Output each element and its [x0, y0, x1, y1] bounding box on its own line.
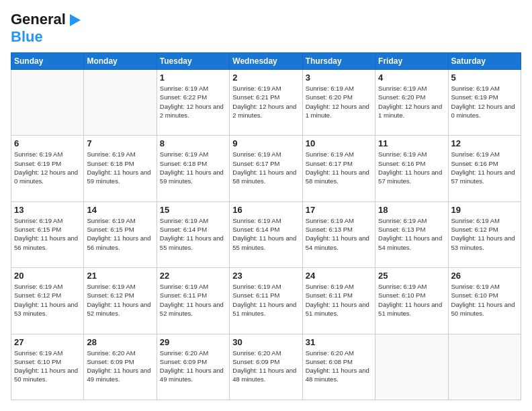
day-number: 24: [306, 271, 372, 281]
calendar-cell-2-2: 7Sunrise: 6:19 AM Sunset: 6:18 PM Daylig…: [84, 136, 157, 201]
day-number: 15: [160, 205, 226, 215]
weekday-header-sunday: Sunday: [11, 53, 84, 70]
calendar-week-2: 6Sunrise: 6:19 AM Sunset: 6:19 PM Daylig…: [11, 136, 521, 201]
day-info: Sunrise: 6:19 AM Sunset: 6:12 PM Dayligh…: [87, 282, 153, 318]
day-number: 20: [14, 271, 81, 281]
calendar-table: SundayMondayTuesdayWednesdayThursdayFrid…: [11, 52, 521, 400]
calendar-cell-2-7: 12Sunrise: 6:19 AM Sunset: 6:16 PM Dayli…: [448, 136, 521, 201]
weekday-header-wednesday: Wednesday: [230, 53, 302, 70]
calendar-cell-1-6: 4Sunrise: 6:19 AM Sunset: 6:20 PM Daylig…: [375, 70, 448, 136]
weekday-header-saturday: Saturday: [448, 53, 521, 70]
calendar-cell-4-4: 23Sunrise: 6:19 AM Sunset: 6:11 PM Dayli…: [230, 268, 302, 334]
day-info: Sunrise: 6:19 AM Sunset: 6:10 PM Dayligh…: [14, 349, 81, 384]
day-info: Sunrise: 6:19 AM Sunset: 6:13 PM Dayligh…: [306, 216, 372, 252]
day-number: 10: [306, 138, 372, 148]
day-number: 26: [451, 271, 518, 281]
day-number: 4: [378, 73, 445, 83]
logo-triangle-icon: [67, 13, 82, 28]
day-info: Sunrise: 6:19 AM Sunset: 6:11 PM Dayligh…: [232, 282, 299, 318]
calendar-cell-4-7: 26Sunrise: 6:19 AM Sunset: 6:10 PM Dayli…: [448, 268, 521, 334]
logo: General Blue: [11, 11, 82, 46]
day-number: 5: [451, 73, 518, 83]
weekday-header-thursday: Thursday: [302, 53, 375, 70]
calendar-cell-4-2: 21Sunrise: 6:19 AM Sunset: 6:12 PM Dayli…: [84, 268, 157, 334]
calendar-cell-5-7: [448, 334, 521, 400]
calendar-cell-3-5: 17Sunrise: 6:19 AM Sunset: 6:13 PM Dayli…: [302, 201, 375, 267]
day-info: Sunrise: 6:19 AM Sunset: 6:21 PM Dayligh…: [232, 84, 299, 120]
day-number: 19: [451, 205, 518, 215]
calendar-cell-4-3: 22Sunrise: 6:19 AM Sunset: 6:11 PM Dayli…: [157, 268, 229, 334]
day-info: Sunrise: 6:19 AM Sunset: 6:17 PM Dayligh…: [232, 150, 299, 185]
day-number: 29: [160, 337, 226, 347]
day-info: Sunrise: 6:19 AM Sunset: 6:17 PM Dayligh…: [306, 150, 372, 185]
calendar-cell-5-1: 27Sunrise: 6:19 AM Sunset: 6:10 PM Dayli…: [11, 334, 84, 400]
calendar-cell-5-4: 30Sunrise: 6:20 AM Sunset: 6:09 PM Dayli…: [230, 334, 302, 400]
calendar-cell-4-1: 20Sunrise: 6:19 AM Sunset: 6:12 PM Dayli…: [11, 268, 84, 334]
day-number: 27: [14, 337, 81, 347]
calendar-week-5: 27Sunrise: 6:19 AM Sunset: 6:10 PM Dayli…: [11, 334, 521, 400]
day-info: Sunrise: 6:19 AM Sunset: 6:20 PM Dayligh…: [306, 84, 372, 120]
day-number: 6: [14, 138, 81, 148]
calendar-cell-4-5: 24Sunrise: 6:19 AM Sunset: 6:11 PM Dayli…: [302, 268, 375, 334]
calendar-cell-4-6: 25Sunrise: 6:19 AM Sunset: 6:10 PM Dayli…: [375, 268, 448, 334]
day-info: Sunrise: 6:19 AM Sunset: 6:18 PM Dayligh…: [87, 150, 153, 185]
day-info: Sunrise: 6:19 AM Sunset: 6:15 PM Dayligh…: [87, 216, 153, 252]
day-number: 8: [160, 138, 226, 148]
day-number: 1: [160, 73, 226, 83]
calendar-cell-2-1: 6Sunrise: 6:19 AM Sunset: 6:19 PM Daylig…: [11, 136, 84, 201]
calendar-cell-5-5: 31Sunrise: 6:20 AM Sunset: 6:08 PM Dayli…: [302, 334, 375, 400]
calendar-cell-3-7: 19Sunrise: 6:19 AM Sunset: 6:12 PM Dayli…: [448, 201, 521, 267]
day-info: Sunrise: 6:20 AM Sunset: 6:09 PM Dayligh…: [232, 349, 299, 384]
day-info: Sunrise: 6:19 AM Sunset: 6:16 PM Dayligh…: [451, 150, 518, 185]
day-info: Sunrise: 6:20 AM Sunset: 6:08 PM Dayligh…: [306, 349, 372, 384]
weekday-header-monday: Monday: [84, 53, 157, 70]
calendar-cell-3-2: 14Sunrise: 6:19 AM Sunset: 6:15 PM Dayli…: [84, 201, 157, 267]
calendar-week-1: 1Sunrise: 6:19 AM Sunset: 6:22 PM Daylig…: [11, 70, 521, 136]
day-number: 30: [232, 337, 299, 347]
day-info: Sunrise: 6:19 AM Sunset: 6:13 PM Dayligh…: [378, 216, 445, 252]
svg-marker-0: [70, 14, 81, 26]
day-info: Sunrise: 6:19 AM Sunset: 6:11 PM Dayligh…: [160, 282, 226, 318]
day-info: Sunrise: 6:20 AM Sunset: 6:09 PM Dayligh…: [160, 349, 226, 384]
day-info: Sunrise: 6:19 AM Sunset: 6:14 PM Dayligh…: [232, 216, 299, 252]
day-info: Sunrise: 6:19 AM Sunset: 6:22 PM Dayligh…: [160, 84, 226, 120]
day-info: Sunrise: 6:19 AM Sunset: 6:19 PM Dayligh…: [14, 150, 81, 185]
calendar-cell-3-4: 16Sunrise: 6:19 AM Sunset: 6:14 PM Dayli…: [230, 201, 302, 267]
calendar-week-3: 13Sunrise: 6:19 AM Sunset: 6:15 PM Dayli…: [11, 201, 521, 267]
calendar-cell-2-3: 8Sunrise: 6:19 AM Sunset: 6:18 PM Daylig…: [157, 136, 229, 201]
day-number: 12: [451, 138, 518, 148]
day-info: Sunrise: 6:20 AM Sunset: 6:09 PM Dayligh…: [87, 349, 153, 384]
logo-general: General: [11, 11, 66, 28]
calendar-cell-5-3: 29Sunrise: 6:20 AM Sunset: 6:09 PM Dayli…: [157, 334, 229, 400]
day-info: Sunrise: 6:19 AM Sunset: 6:20 PM Dayligh…: [378, 84, 445, 120]
day-number: 14: [87, 205, 153, 215]
day-number: 21: [87, 271, 153, 281]
calendar-cell-2-6: 11Sunrise: 6:19 AM Sunset: 6:16 PM Dayli…: [375, 136, 448, 201]
day-number: 31: [306, 337, 372, 347]
day-info: Sunrise: 6:19 AM Sunset: 6:11 PM Dayligh…: [306, 282, 372, 318]
calendar-cell-3-6: 18Sunrise: 6:19 AM Sunset: 6:13 PM Dayli…: [375, 201, 448, 267]
day-number: 3: [306, 73, 372, 83]
day-info: Sunrise: 6:19 AM Sunset: 6:10 PM Dayligh…: [378, 282, 445, 318]
weekday-header-row: SundayMondayTuesdayWednesdayThursdayFrid…: [11, 53, 521, 70]
day-number: 16: [232, 205, 299, 215]
day-info: Sunrise: 6:19 AM Sunset: 6:19 PM Dayligh…: [451, 84, 518, 120]
day-number: 11: [378, 138, 445, 148]
calendar-cell-3-3: 15Sunrise: 6:19 AM Sunset: 6:14 PM Dayli…: [157, 201, 229, 267]
calendar-week-4: 20Sunrise: 6:19 AM Sunset: 6:12 PM Dayli…: [11, 268, 521, 334]
day-number: 28: [87, 337, 153, 347]
calendar-cell-1-2: [84, 70, 157, 136]
day-number: 25: [378, 271, 445, 281]
page-header: General Blue: [11, 11, 521, 46]
day-number: 22: [160, 271, 226, 281]
calendar-cell-1-3: 1Sunrise: 6:19 AM Sunset: 6:22 PM Daylig…: [157, 70, 229, 136]
day-number: 7: [87, 138, 153, 148]
day-info: Sunrise: 6:19 AM Sunset: 6:16 PM Dayligh…: [378, 150, 445, 185]
calendar-cell-5-6: [375, 334, 448, 400]
day-number: 2: [232, 73, 299, 83]
day-number: 13: [14, 205, 81, 215]
day-number: 17: [306, 205, 372, 215]
day-info: Sunrise: 6:19 AM Sunset: 6:18 PM Dayligh…: [160, 150, 226, 185]
day-number: 9: [232, 138, 299, 148]
calendar-cell-5-2: 28Sunrise: 6:20 AM Sunset: 6:09 PM Dayli…: [84, 334, 157, 400]
